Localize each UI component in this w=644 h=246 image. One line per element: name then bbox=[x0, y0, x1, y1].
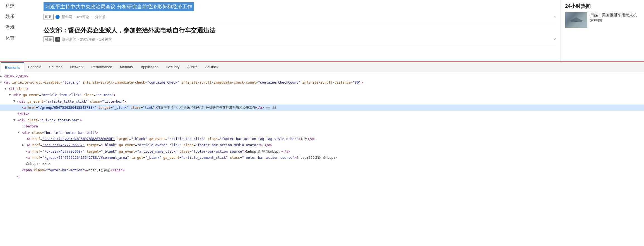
dom-toggle-12[interactable]: ▶ bbox=[22, 143, 26, 148]
left-nav: 科技 娱乐 游戏 体育 bbox=[0, 0, 39, 62]
dom-line-13[interactable]: <a href="/c/user/4377795668/" target="_b… bbox=[0, 148, 644, 155]
article-source-2: 澎湃新闻・2505评论・1分钟前 bbox=[62, 37, 112, 42]
xinhua-icon: 🔵 bbox=[55, 15, 60, 19]
dom-content-9: ::before bbox=[22, 124, 38, 129]
dom-line-14[interactable]: <a href="/group/6547536226415542788//#co… bbox=[0, 155, 644, 161]
dom-toggle-13 bbox=[22, 149, 26, 154]
tab-adblock[interactable]: AdBlock bbox=[201, 62, 222, 72]
article-meta-2: 社会 澎 澎湃新闻・2505评论・1分钟前 × bbox=[44, 36, 556, 42]
devtools-panel: Elements Console Sources Network Perform… bbox=[0, 62, 644, 246]
dom-line-3[interactable]: ▼ <li class> bbox=[0, 86, 644, 92]
article-tag-1[interactable]: 时政 bbox=[44, 14, 54, 20]
article-title-2[interactable]: 公安部：督促外卖企业派人，参加整治外卖电动自行车交通违法 bbox=[44, 26, 556, 35]
tab-audits[interactable]: Audits bbox=[183, 62, 201, 72]
tab-elements[interactable]: Elements bbox=[1, 62, 24, 72]
dom-toggle-5[interactable]: ▼ bbox=[13, 99, 17, 104]
dom-line-12[interactable]: ▶ <a href="/c/user/4377795668/" target="… bbox=[0, 142, 644, 148]
dom-content-11: <a href="search/?keyword=%E6%97%B6%E6%94… bbox=[26, 136, 315, 142]
sidebar-item-text-1[interactable]: 日媒：美国推进军用无人机对中国 bbox=[590, 12, 640, 23]
tab-application[interactable]: Application bbox=[137, 62, 163, 72]
dom-line-1[interactable]: ▶ <div>…</div> bbox=[0, 73, 644, 79]
dom-content-13: <a href="/c/user/4377795668/" target="_b… bbox=[26, 149, 290, 154]
tab-performance[interactable]: Performance bbox=[87, 62, 116, 72]
dom-content-12: <a href="/c/user/4377795668/" target="_b… bbox=[26, 142, 272, 148]
dom-toggle-11 bbox=[22, 136, 26, 142]
dom-line-5[interactable]: ▼ <div ga_event="article_title_click" cl… bbox=[0, 98, 644, 105]
dom-line-4[interactable]: ▼ <div ga_event="article_item_click" cla… bbox=[0, 92, 644, 98]
dom-content-6: <a href="/group/6547536226415542788/" ta… bbox=[22, 105, 276, 110]
main-content: 习近平主持中共中央政治局会议 分析研究当前经济形势和经济工作 时政 🔵 新华网・… bbox=[39, 0, 560, 62]
dom-content-5: <div ga_event="article_title_click" clas… bbox=[17, 99, 126, 104]
dom-line-8[interactable]: ▼ <div class="bui-box footer-bar"> bbox=[0, 117, 644, 123]
dom-toggle-17 bbox=[13, 174, 17, 179]
article-title-1[interactable]: 习近平主持中共中央政治局会议 分析研究当前经济形势和经济工作 bbox=[44, 2, 194, 11]
tab-network[interactable]: Network bbox=[66, 62, 88, 72]
dom-content-3: <li class> bbox=[8, 86, 28, 92]
article-item-1: 习近平主持中共中央政治局会议 分析研究当前经济形势和经济工作 时政 🔵 新华网・… bbox=[44, 2, 556, 23]
airplane-icon bbox=[568, 16, 585, 24]
dom-toggle-2[interactable]: ▼ bbox=[0, 80, 4, 85]
dom-toggle-9 bbox=[18, 124, 22, 129]
article-meta-1: 时政 🔵 新华网・329评论・1分钟前 × bbox=[44, 14, 556, 20]
article-tag-2[interactable]: 社会 bbox=[44, 36, 54, 42]
dom-line-9: ::before bbox=[0, 123, 644, 129]
devtools-tabbar: Elements Console Sources Network Perform… bbox=[0, 62, 644, 72]
dom-content-4: <div ga_event="article_item_click" class… bbox=[13, 92, 116, 98]
nav-item-gaming[interactable]: 游戏 bbox=[6, 25, 33, 30]
dom-content-14: <a href="/group/6547536226415542788//#co… bbox=[26, 155, 337, 160]
dom-toggle-1[interactable]: ▶ bbox=[0, 74, 4, 79]
sidebar-item-1: 日媒：美国推进军用无人机对中国 bbox=[565, 12, 640, 28]
tab-memory[interactable]: Memory bbox=[116, 62, 137, 72]
dom-toggle-3[interactable]: ▼ bbox=[4, 86, 8, 92]
dom-content-15: &nbsp;· </a> bbox=[26, 161, 51, 167]
tab-security[interactable]: Security bbox=[162, 62, 183, 72]
dom-toggle-16 bbox=[18, 168, 22, 173]
svg-rect-1 bbox=[571, 21, 582, 22]
dom-content-7: </div> bbox=[17, 111, 29, 117]
dom-content-16: <span class="footer-bar-action">&nbsp;1分… bbox=[22, 167, 124, 173]
right-sidebar: 24小时热闻 日媒：美国推进军用无人机对中国 bbox=[560, 0, 644, 62]
nav-item-sports[interactable]: 体育 bbox=[6, 36, 33, 41]
dom-line-16[interactable]: <span class="footer-bar-action">&nbsp;1分… bbox=[0, 167, 644, 173]
dom-line-2[interactable]: ▼ <ul infinite-scroll-disabled="loading"… bbox=[0, 79, 644, 86]
dom-toggle-7 bbox=[13, 111, 17, 117]
sidebar-thumb-img bbox=[565, 12, 587, 28]
dom-line-6[interactable]: <a href="/group/6547536226415542788/" ta… bbox=[0, 105, 644, 111]
dom-content-10: <div class="bui-left footer-bar-left"> bbox=[22, 130, 98, 136]
pengpai-icon: 澎 bbox=[55, 37, 60, 42]
dom-toggle-4[interactable]: ▼ bbox=[9, 93, 13, 98]
close-btn-1[interactable]: × bbox=[553, 15, 556, 20]
dom-line-11[interactable]: <a href="search/?keyword=%E6%97%B6%E6%94… bbox=[0, 136, 644, 142]
article-item-2: 公安部：督促外卖企业派人，参加整治外卖电动自行车交通违法 社会 澎 澎湃新闻・2… bbox=[44, 26, 556, 45]
dom-toggle-10[interactable]: ▼ bbox=[18, 130, 22, 135]
dom-content-2: <ul infinite-scroll-disabled="loading" i… bbox=[4, 80, 363, 85]
dom-content-1: <div>…</div> bbox=[4, 74, 28, 79]
dom-toggle-8[interactable]: ▼ bbox=[13, 118, 17, 123]
tab-console[interactable]: Console bbox=[24, 62, 45, 72]
dom-content-17: < bbox=[17, 174, 19, 179]
article-source-1: 新华网・329评论・1分钟前 bbox=[61, 15, 106, 20]
nav-item-entertainment[interactable]: 娱乐 bbox=[6, 14, 33, 20]
dom-toggle-14 bbox=[22, 155, 26, 160]
dom-toggle-15 bbox=[22, 161, 26, 167]
dom-line-15: &nbsp;· </a> bbox=[0, 161, 644, 167]
close-btn-2[interactable]: × bbox=[553, 37, 556, 42]
webpage-area: 科技 娱乐 游戏 体育 习近平主持中共中央政治局会议 分析研究当前经济形势和经济… bbox=[0, 0, 644, 62]
dom-toggle-6 bbox=[18, 105, 22, 110]
tab-sources[interactable]: Sources bbox=[45, 62, 66, 72]
dom-line-10[interactable]: ▼ <div class="bui-left footer-bar-left"> bbox=[0, 130, 644, 136]
dom-content-8: <div class="bui-box footer-bar"> bbox=[17, 117, 82, 123]
dom-line-7[interactable]: </div> bbox=[0, 111, 644, 117]
sidebar-thumb-1 bbox=[565, 12, 587, 28]
dom-tree[interactable]: ▶ <div>…</div> ▼ <ul infinite-scroll-dis… bbox=[0, 72, 644, 246]
dom-line-17: < bbox=[0, 173, 644, 179]
sidebar-title: 24小时热闻 bbox=[565, 3, 640, 10]
nav-item-tech[interactable]: 科技 bbox=[6, 3, 33, 9]
